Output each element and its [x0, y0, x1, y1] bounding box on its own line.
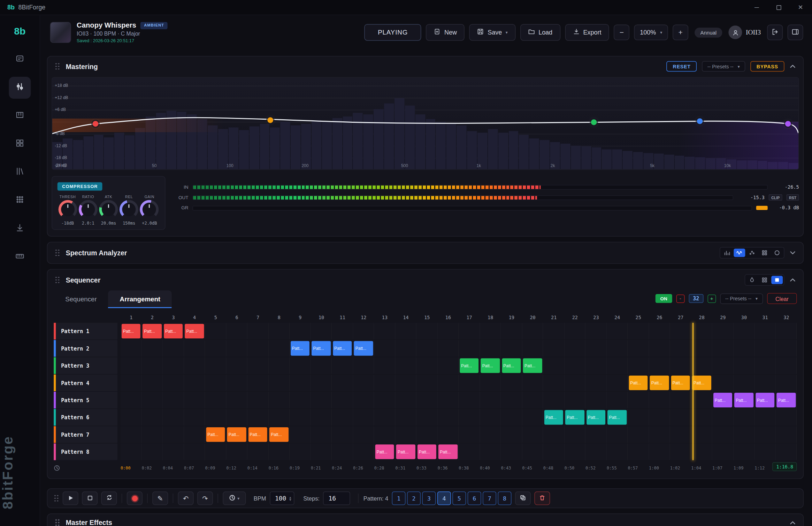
grid-cell[interactable]: [332, 375, 353, 391]
knob-dial[interactable]: [99, 200, 118, 219]
knob-gain[interactable]: GAIN+2.0dB: [139, 195, 160, 226]
grid-cell[interactable]: [734, 443, 755, 460]
pattern-block[interactable]: Patt...: [163, 324, 183, 338]
grid-cell[interactable]: [121, 443, 142, 460]
grid-cell[interactable]: Patt...: [353, 340, 374, 357]
grid-cell[interactable]: [734, 323, 755, 339]
zoom-select[interactable]: 100%▾: [634, 24, 668, 40]
grid-cell[interactable]: [311, 409, 332, 426]
on-toggle[interactable]: ON: [656, 294, 672, 303]
pattern-block[interactable]: Patt...: [671, 376, 690, 390]
grid-cell[interactable]: [670, 426, 691, 443]
grid-cell[interactable]: [121, 375, 142, 391]
grid-cell[interactable]: [691, 340, 712, 357]
grid-cell[interactable]: [184, 426, 205, 443]
grid-cell[interactable]: [205, 443, 226, 460]
grid-cell[interactable]: [163, 443, 184, 460]
grid-cell[interactable]: [184, 443, 205, 460]
grid-cell[interactable]: [607, 340, 628, 357]
pattern-block[interactable]: Patt...: [713, 393, 732, 407]
grid-cell[interactable]: [522, 375, 543, 391]
grid-cell[interactable]: [480, 392, 501, 408]
grid-cell[interactable]: [226, 375, 247, 391]
grid-cell[interactable]: [311, 357, 332, 374]
grid-cell[interactable]: [459, 340, 480, 357]
sidebar-item-mastering[interactable]: [9, 77, 31, 99]
panel-toggle-button[interactable]: [788, 24, 803, 40]
grid-cell[interactable]: [459, 409, 480, 426]
grid-cell[interactable]: Patt...: [142, 323, 163, 339]
delete-button[interactable]: [534, 491, 550, 505]
pattern-block[interactable]: Patt...: [459, 358, 478, 373]
grid-cell[interactable]: [480, 323, 501, 339]
grid-cell[interactable]: Patt...: [607, 409, 628, 426]
eq-node-1[interactable]: [93, 121, 98, 127]
grid-cell[interactable]: Patt...: [247, 426, 269, 443]
pattern-block[interactable]: Patt...: [206, 427, 225, 442]
grid-cell[interactable]: Patt...: [395, 443, 416, 460]
grid-cell[interactable]: [142, 357, 163, 374]
length-minus-button[interactable]: -: [676, 294, 684, 303]
grid-cell[interactable]: [480, 443, 501, 460]
grid-cell[interactable]: [268, 357, 290, 374]
grid-cell[interactable]: [416, 426, 438, 443]
drag-handle-icon[interactable]: [55, 519, 60, 526]
bpm-input[interactable]: 100▲▼: [270, 491, 294, 505]
sidebar-item-library[interactable]: [9, 161, 31, 183]
grid-cell[interactable]: [163, 357, 184, 374]
grid-cell[interactable]: [776, 409, 797, 426]
user-menu[interactable]: IOII3: [729, 25, 761, 39]
grid-cell[interactable]: [142, 392, 163, 408]
grid-cell[interactable]: [776, 323, 797, 339]
grid-cell[interactable]: Patt...: [184, 323, 205, 339]
grid-cell[interactable]: [290, 392, 311, 408]
grid-cell[interactable]: [480, 340, 501, 357]
grid-cell[interactable]: [121, 340, 142, 357]
grid-cell[interactable]: Patt...: [268, 426, 290, 443]
pattern-button-5[interactable]: 5: [452, 491, 466, 505]
grid-cell[interactable]: [205, 392, 226, 408]
grid-cell[interactable]: [522, 340, 543, 357]
grid-cell[interactable]: Patt...: [226, 426, 247, 443]
grid-cell[interactable]: [311, 392, 332, 408]
zoom-in-button[interactable]: +: [673, 24, 688, 40]
drag-handle-icon[interactable]: [55, 249, 60, 257]
grid-cell[interactable]: Patt...: [311, 340, 332, 357]
grid-cell[interactable]: Patt...: [734, 392, 755, 408]
droplet-icon[interactable]: [746, 276, 758, 284]
grid-cell[interactable]: [754, 426, 776, 443]
grid-cell[interactable]: [754, 323, 776, 339]
grid-cell[interactable]: [459, 443, 480, 460]
grid-cell[interactable]: Patt...: [585, 409, 607, 426]
grid-cell[interactable]: [374, 357, 396, 374]
grid-cell[interactable]: [628, 426, 649, 443]
grid-cell[interactable]: [776, 357, 797, 374]
grid-cell[interactable]: [163, 392, 184, 408]
grid-cell[interactable]: [564, 426, 585, 443]
grid-cell[interactable]: [564, 340, 585, 357]
grid-cell[interactable]: [205, 375, 226, 391]
grid-cell[interactable]: [564, 443, 585, 460]
grid-cell[interactable]: [226, 340, 247, 357]
grid-cell[interactable]: [522, 323, 543, 339]
grid-cell[interactable]: [734, 409, 755, 426]
pattern-block[interactable]: Patt...: [629, 376, 648, 390]
grid-cell[interactable]: [585, 323, 607, 339]
grid-cell[interactable]: [226, 409, 247, 426]
grid-cell[interactable]: [247, 340, 269, 357]
grid-cell[interactable]: [332, 443, 353, 460]
grid-cell[interactable]: [438, 409, 459, 426]
grid-cell[interactable]: [226, 323, 247, 339]
drag-handle-icon[interactable]: [54, 494, 59, 502]
pattern-block[interactable]: Patt...: [290, 341, 309, 356]
expand-chevron-icon[interactable]: [790, 251, 796, 255]
grid-cell[interactable]: [459, 392, 480, 408]
grid-cell[interactable]: [459, 323, 480, 339]
grid-cell[interactable]: [332, 409, 353, 426]
grid-cell[interactable]: [247, 323, 269, 339]
grid-cell[interactable]: [628, 340, 649, 357]
play-button[interactable]: [63, 491, 78, 505]
grid-cell[interactable]: [459, 375, 480, 391]
grid-cell[interactable]: [754, 340, 776, 357]
grid-cell[interactable]: [395, 323, 416, 339]
